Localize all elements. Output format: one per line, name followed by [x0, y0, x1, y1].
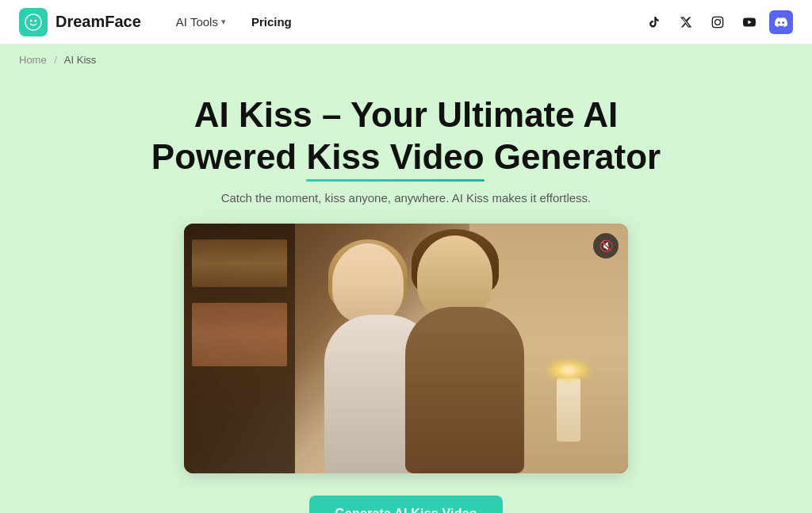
person-right	[397, 235, 548, 473]
tiktok-icon[interactable]	[642, 10, 666, 34]
breadcrumb-separator: /	[54, 54, 57, 66]
person-right-head	[417, 235, 492, 319]
svg-point-2	[34, 19, 36, 21]
breadcrumb: Home / AI Kiss	[0, 44, 812, 75]
bg-lamp	[557, 378, 580, 442]
twitter-icon[interactable]	[674, 10, 698, 34]
instagram-icon[interactable]	[706, 10, 730, 34]
svg-point-1	[30, 19, 33, 21]
mute-button[interactable]: 🔇	[593, 233, 619, 258]
svg-rect-3	[712, 17, 722, 27]
header: DreamFace AI Tools ▾ Pricing	[0, 0, 812, 44]
main-nav: AI Tools ▾ Pricing	[167, 10, 642, 33]
title-part3: Generator	[485, 137, 661, 176]
nav-pricing-label: Pricing	[251, 15, 292, 29]
title-underlined: Kiss Video	[306, 136, 484, 178]
mute-icon: 🔇	[599, 239, 613, 252]
video-scene	[184, 224, 628, 473]
person-left-head	[332, 243, 404, 323]
dreamface-logo-svg	[25, 13, 42, 31]
nav-ai-tools-label: AI Tools	[176, 15, 218, 29]
video-placeholder: 🔇	[184, 224, 628, 473]
logo-area[interactable]: DreamFace	[19, 8, 141, 36]
hero-subtitle: Catch the moment, kiss anyone, anywhere.…	[221, 191, 592, 205]
logo-icon	[19, 8, 48, 36]
video-container[interactable]: 🔇	[184, 224, 628, 473]
svg-point-4	[715, 19, 721, 25]
chevron-down-icon: ▾	[221, 17, 226, 27]
social-icons-group	[642, 10, 793, 34]
nav-item-pricing[interactable]: Pricing	[242, 10, 301, 33]
youtube-icon[interactable]	[737, 10, 761, 34]
person-right-body	[405, 307, 524, 473]
svg-point-0	[25, 13, 41, 29]
bg-bookshelf	[184, 224, 295, 473]
generate-kiss-video-button[interactable]: Generate AI Kiss Video	[309, 496, 503, 513]
svg-point-5	[720, 18, 721, 19]
discord-icon[interactable]	[769, 10, 793, 34]
breadcrumb-current: AI Kiss	[64, 54, 96, 66]
brand-name: DreamFace	[56, 13, 141, 31]
main-content: AI Kiss – Your Ultimate AIPowered Kiss V…	[0, 75, 812, 513]
breadcrumb-home[interactable]: Home	[19, 54, 47, 66]
nav-item-ai-tools[interactable]: AI Tools ▾	[167, 10, 236, 33]
page-title: AI Kiss – Your Ultimate AIPowered Kiss V…	[151, 94, 661, 178]
